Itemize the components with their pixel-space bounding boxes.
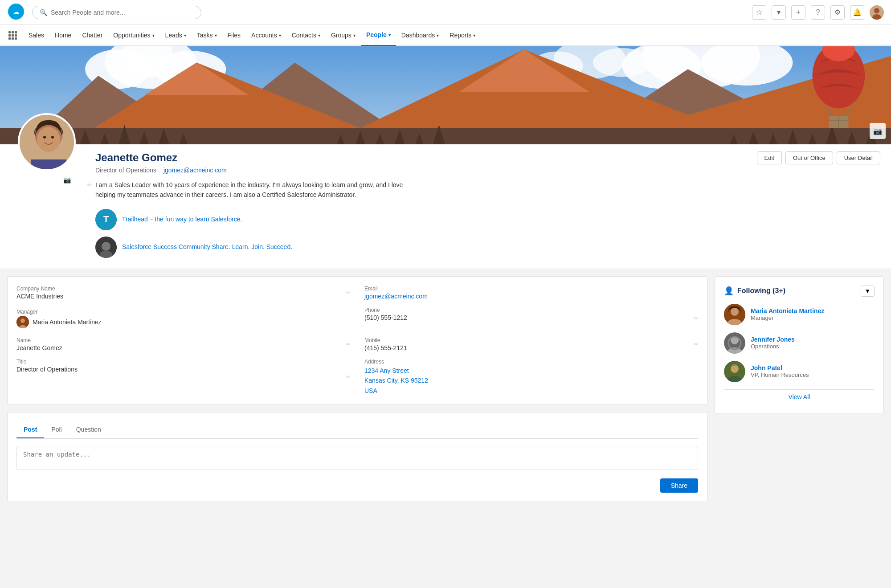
nav-files[interactable]: Files	[222, 24, 246, 46]
share-button[interactable]: Share	[660, 478, 698, 493]
nav-reports[interactable]: Reports▾	[444, 24, 481, 46]
following-item-jennifer: Jennifer Jones Operations	[724, 332, 875, 354]
view-all-button[interactable]: View All	[724, 389, 875, 404]
svg-point-62	[37, 127, 60, 152]
manager-row: Maria Antonieta Martinez	[16, 316, 350, 328]
profile-title-email: Director of Operations jgomez@acmeinc.co…	[95, 167, 407, 174]
svg-point-64	[51, 136, 54, 139]
phone-value: (510) 555-1212	[364, 314, 698, 321]
nav-home[interactable]: Home	[49, 24, 77, 46]
salesforce-logo[interactable]: ☁	[7, 3, 25, 22]
profile-title: Director of Operations	[95, 167, 156, 174]
following-dropdown-button[interactable]: ▼	[861, 286, 875, 297]
user-avatar-nav[interactable]	[870, 5, 884, 20]
add-button[interactable]: ＋	[791, 5, 805, 20]
success-community-link[interactable]: Salesforce Success Community Share. Lear…	[122, 243, 292, 250]
svg-text:☁: ☁	[13, 8, 19, 16]
svg-rect-13	[15, 37, 17, 40]
grid-icon[interactable]	[5, 28, 20, 42]
following-header: 👤 Following (3+) ▼	[724, 286, 875, 297]
edit-button[interactable]: Edit	[757, 151, 782, 164]
feed-card: Post Poll Question Share	[7, 412, 707, 502]
mobile-value: (415) 555-2121	[364, 344, 698, 351]
nav-chatter[interactable]: Chatter	[77, 24, 108, 46]
email-value[interactable]: jgomez@acmeinc.com	[364, 293, 428, 300]
phone-label: Phone	[364, 307, 698, 313]
following-role-maria: Manager	[751, 314, 824, 321]
nav-sales[interactable]: Sales	[23, 24, 49, 46]
profile-email-link[interactable]: jgomez@acmeinc.com	[163, 167, 227, 174]
profile-name: Jeanette Gomez	[95, 151, 407, 164]
trailhead-link[interactable]: Trailhead – the fun way to learn Salesfo…	[122, 216, 242, 223]
title-label: Title	[16, 359, 350, 365]
title-edit-icon[interactable]: ✏	[346, 374, 350, 380]
following-name-maria[interactable]: Maria Antonieta Martinez	[751, 307, 824, 314]
svg-point-71	[100, 251, 112, 258]
nav-people[interactable]: People▾	[361, 24, 396, 46]
profile-avatar	[18, 113, 76, 171]
title-field: Title Director of Operations ✏	[16, 359, 350, 396]
following-item-john: John Patel VP, Human Resources	[724, 361, 875, 382]
success-community-icon	[95, 237, 117, 258]
tab-question[interactable]: Question	[69, 421, 108, 438]
svg-rect-10	[15, 34, 17, 37]
svg-rect-85	[732, 364, 737, 366]
following-info-john: John Patel VP, Human Resources	[751, 364, 809, 378]
following-info-jennifer: Jennifer Jones Operations	[751, 336, 795, 350]
address-line3[interactable]: USA	[364, 386, 698, 396]
name-value: Jeanette Gomez	[16, 344, 350, 351]
user-details-card: Company Name ACME Industries ✏ Email jgo…	[7, 276, 707, 405]
profile-content: Jeanette Gomez Director of Operations jg…	[95, 148, 880, 200]
settings-button[interactable]: ⚙	[830, 5, 845, 20]
notifications-button[interactable]: 🔔	[850, 5, 864, 20]
nav-opportunities[interactable]: Opportunities▾	[108, 24, 159, 46]
company-name-field: Company Name ACME Industries ✏	[16, 286, 350, 300]
profile-banner: 📷	[0, 46, 891, 144]
profile-bio: I am a Sales Leader with 10 years of exp…	[95, 181, 403, 198]
bio-edit-icon[interactable]: ✏	[87, 181, 92, 189]
address-line2[interactable]: Kansas City, KS 95212	[364, 376, 698, 385]
following-name-john[interactable]: John Patel	[751, 364, 809, 372]
profile-bio-container: ✏ I am a Sales Leader with 10 years of e…	[95, 180, 407, 200]
success-community-link-text[interactable]: Salesforce Success Community Share. Lear…	[122, 242, 292, 252]
following-item-maria: Maria Antonieta Martinez Manager	[724, 304, 875, 325]
banner-camera-button[interactable]: 📷	[870, 123, 886, 139]
phone-edit-icon[interactable]: ✏	[694, 315, 698, 322]
favorites-dropdown-button[interactable]: ▾	[772, 5, 786, 20]
success-community-link-item: Salesforce Success Community Share. Lear…	[95, 237, 880, 258]
name-edit-icon[interactable]: ✏	[346, 341, 350, 347]
nav-leads[interactable]: Leads▾	[160, 24, 192, 46]
post-input[interactable]	[16, 446, 698, 470]
tab-poll[interactable]: Poll	[44, 421, 69, 438]
svg-rect-28	[0, 128, 891, 144]
main-right: 👤 Following (3+) ▼ Maria Antonieta Mart	[715, 276, 884, 502]
out-of-office-button[interactable]: Out of Office	[785, 151, 833, 164]
mobile-edit-icon[interactable]: ✏	[694, 341, 698, 347]
following-name-jennifer[interactable]: Jennifer Jones	[751, 336, 795, 343]
help-button[interactable]: ?	[811, 5, 825, 20]
manager-avatar	[16, 316, 29, 328]
svg-rect-12	[12, 37, 14, 40]
svg-point-73	[20, 318, 25, 323]
nav-contacts[interactable]: Contacts▾	[286, 24, 326, 46]
search-bar: 🔍	[32, 6, 201, 19]
tab-post[interactable]: Post	[16, 421, 44, 438]
nav-tasks[interactable]: Tasks▾	[192, 24, 222, 46]
svg-rect-5	[8, 31, 11, 33]
favorites-button[interactable]: ☆	[752, 5, 766, 20]
nav-groups[interactable]: Groups▾	[326, 24, 361, 46]
trailhead-link-text[interactable]: Trailhead – the fun way to learn Salesfo…	[122, 215, 242, 224]
company-edit-icon[interactable]: ✏	[346, 290, 350, 296]
nav-accounts[interactable]: Accounts▾	[246, 24, 286, 46]
feed-tab-bar: Post Poll Question	[16, 421, 698, 439]
address-line1[interactable]: 1234 Any Street	[364, 366, 698, 376]
user-detail-button[interactable]: User Detail	[837, 151, 880, 164]
details-grid: Company Name ACME Industries ✏ Email jgo…	[16, 286, 698, 396]
svg-rect-7	[15, 31, 17, 33]
nav-dashboards[interactable]: Dashboards▾	[396, 24, 445, 46]
trailhead-icon: T	[95, 209, 117, 230]
following-title: 👤 Following (3+)	[724, 286, 785, 296]
search-input[interactable]	[51, 9, 194, 16]
avatar-edit-icon[interactable]: 📷	[63, 176, 71, 184]
mobile-field: Mobile (415) 555-2121 ✏	[364, 337, 698, 351]
